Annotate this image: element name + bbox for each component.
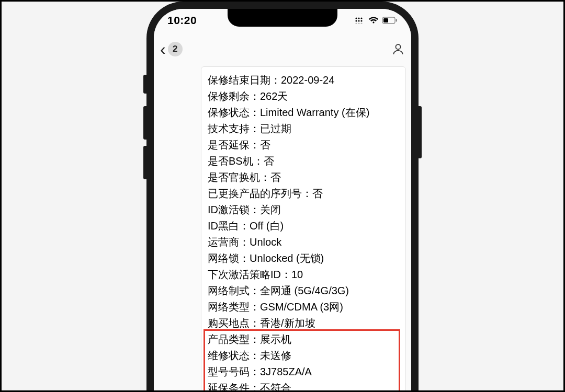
svg-point-5 [360, 20, 362, 21]
cellular-icon [355, 17, 365, 24]
power-button [419, 106, 422, 158]
message-area[interactable]: 保修结束日期：2022-09-24保修剩余：262天保修状态：Limited W… [154, 66, 411, 390]
back-button[interactable]: ‹ 2 [160, 41, 183, 57]
info-row: 保修状态：Limited Warranty (在保) [208, 105, 399, 121]
notch [228, 9, 337, 27]
back-count-badge: 2 [168, 42, 183, 56]
svg-point-12 [396, 44, 400, 49]
info-row: 网络锁：Unlocked (无锁) [208, 250, 399, 267]
info-row: 运营商：Unlock [208, 234, 399, 250]
info-row: 保修剩余：262天 [208, 88, 399, 105]
info-row: 技术支持：已过期 [208, 121, 399, 137]
info-row: 延保条件：不符合 [208, 380, 399, 390]
info-row: 维修状态：未送修 [208, 348, 399, 364]
info-row: ID黑白：Off (白) [208, 218, 399, 234]
svg-point-4 [358, 20, 359, 21]
info-row: 网络类型：GSM/CDMA (3网) [208, 299, 399, 315]
status-time: 10:20 [167, 14, 197, 27]
info-row: 购买地点：香港/新加坡 [208, 315, 399, 331]
info-row: 下次激活策略ID：10 [208, 267, 399, 283]
info-row: 网络制式：全网通 (5G/4G/3G) [208, 283, 399, 299]
info-row: ID激活锁：关闭 [208, 202, 399, 218]
screen: 10:20 ‹ 2 保修结束日期：2022-09-24保修剩余：26 [154, 9, 411, 390]
info-row: 保修结束日期：2022-09-24 [208, 72, 399, 88]
svg-point-0 [355, 17, 357, 19]
svg-rect-11 [396, 19, 398, 22]
info-row: 型号号码：3J785ZA/A [208, 364, 399, 380]
phone-frame: 10:20 ‹ 2 保修结束日期：2022-09-24保修剩余：26 [146, 2, 419, 390]
svg-point-1 [358, 17, 359, 19]
profile-icon[interactable] [391, 42, 405, 56]
nav-bar: ‹ 2 [154, 37, 411, 61]
svg-rect-10 [383, 18, 388, 22]
info-row: 是否官换机：否 [208, 169, 399, 186]
message-bubble: 保修结束日期：2022-09-24保修剩余：262天保修状态：Limited W… [201, 66, 406, 390]
svg-point-6 [355, 22, 357, 24]
info-row: 已更换产品的序列号：否 [208, 186, 399, 202]
svg-point-8 [360, 22, 362, 24]
info-row: 产品类型：展示机 [208, 331, 399, 348]
svg-point-2 [360, 17, 362, 19]
status-right [355, 17, 398, 24]
svg-point-7 [358, 22, 359, 24]
svg-point-3 [355, 20, 357, 21]
wifi-icon [368, 17, 379, 24]
info-row: 是否BS机：否 [208, 153, 399, 169]
chevron-left-icon: ‹ [160, 41, 166, 57]
phone: 10:20 ‹ 2 保修结束日期：2022-09-24保修剩余：26 [146, 2, 419, 390]
image-frame: 10:20 ‹ 2 保修结束日期：2022-09-24保修剩余：26 [0, 0, 565, 392]
battery-icon [382, 17, 398, 24]
info-row: 是否延保：否 [208, 137, 399, 153]
